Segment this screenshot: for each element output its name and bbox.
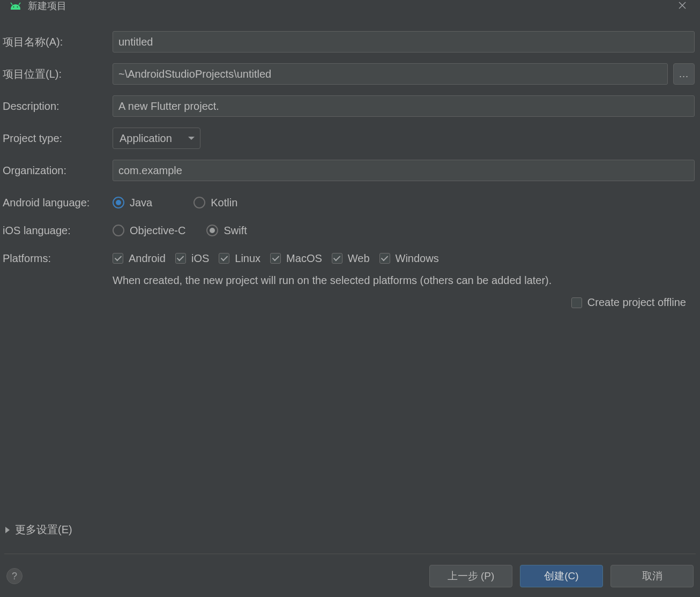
checkbox-web[interactable]: Web (332, 252, 370, 265)
checkbox-linux[interactable]: Linux (219, 252, 260, 265)
radio-icon (206, 225, 218, 236)
titlebar: 新建项目 (0, 0, 700, 15)
help-button[interactable]: ? (6, 568, 23, 584)
platforms-label: Platforms: (3, 252, 113, 265)
project-type-label: Project type: (3, 132, 113, 145)
separator (4, 554, 696, 554)
svg-line-1 (19, 3, 20, 5)
titlebar-left: 新建项目 (10, 0, 66, 12)
radio-java-label: Java (130, 197, 152, 209)
project-type-select[interactable]: Application (113, 128, 200, 149)
checkbox-macos[interactable]: MacOS (270, 252, 322, 265)
radio-java[interactable]: Java (113, 197, 152, 209)
checkbox-web-label: Web (348, 252, 370, 265)
more-settings-toggle[interactable]: 更多设置(E) (5, 523, 72, 537)
radio-kotlin[interactable]: Kotlin (193, 197, 237, 209)
browse-button[interactable]: ... (673, 63, 695, 85)
radio-icon (193, 197, 205, 208)
radio-icon (113, 225, 124, 236)
description-label: Description: (3, 100, 113, 113)
checkbox-android[interactable]: Android (113, 252, 166, 265)
checkbox-ios-label: iOS (191, 252, 209, 265)
create-button[interactable]: 创建(C) (520, 565, 603, 587)
checkbox-windows-label: Windows (396, 252, 439, 265)
chevron-down-icon (188, 137, 195, 140)
window-title: 新建项目 (28, 0, 66, 12)
android-icon (10, 2, 21, 10)
radio-icon (113, 197, 124, 208)
ios-language-label: iOS language: (3, 225, 113, 237)
checkbox-icon (270, 253, 281, 264)
project-type-value: Application (120, 132, 172, 145)
organization-input[interactable] (113, 160, 695, 181)
checkbox-macos-label: MacOS (286, 252, 322, 265)
project-location-input[interactable] (113, 63, 668, 85)
form-area: 项目名称(A): 项目位置(L): ... Description: Proje… (0, 15, 700, 309)
android-language-label: Android language: (3, 197, 113, 209)
more-settings-label: 更多设置(E) (15, 523, 72, 537)
project-name-label: 项目名称(A): (3, 35, 113, 49)
svg-point-3 (17, 6, 18, 8)
platforms-hint: When created, the new project will run o… (113, 274, 695, 287)
svg-line-0 (11, 3, 12, 5)
organization-label: Organization: (3, 165, 113, 177)
prev-button[interactable]: 上一步 (P) (429, 565, 512, 587)
checkbox-icon (332, 253, 342, 264)
radio-swift-label: Swift (224, 225, 247, 237)
checkbox-windows[interactable]: Windows (379, 252, 439, 265)
radio-kotlin-label: Kotlin (211, 197, 237, 209)
bottom-bar: ? 上一步 (P) 创建(C) 取消 (0, 565, 700, 587)
checkbox-icon (379, 253, 390, 264)
checkbox-offline[interactable]: Create project offline (571, 296, 686, 309)
close-icon[interactable] (674, 1, 690, 12)
svg-point-2 (13, 6, 14, 8)
checkbox-icon (175, 253, 186, 264)
checkbox-icon (113, 253, 123, 264)
description-input[interactable] (113, 95, 695, 117)
checkbox-icon (219, 253, 229, 264)
cancel-button[interactable]: 取消 (610, 565, 694, 587)
checkbox-android-label: Android (129, 252, 166, 265)
checkbox-ios[interactable]: iOS (175, 252, 209, 265)
checkbox-offline-label: Create project offline (587, 296, 686, 309)
checkbox-linux-label: Linux (235, 252, 260, 265)
project-name-input[interactable] (113, 31, 695, 53)
radio-swift[interactable]: Swift (206, 225, 247, 237)
project-location-label: 项目位置(L): (3, 67, 113, 81)
checkbox-icon (571, 297, 582, 308)
radio-objc[interactable]: Objective-C (113, 225, 185, 237)
radio-objc-label: Objective-C (130, 225, 185, 237)
expand-triangle-icon (5, 527, 10, 533)
